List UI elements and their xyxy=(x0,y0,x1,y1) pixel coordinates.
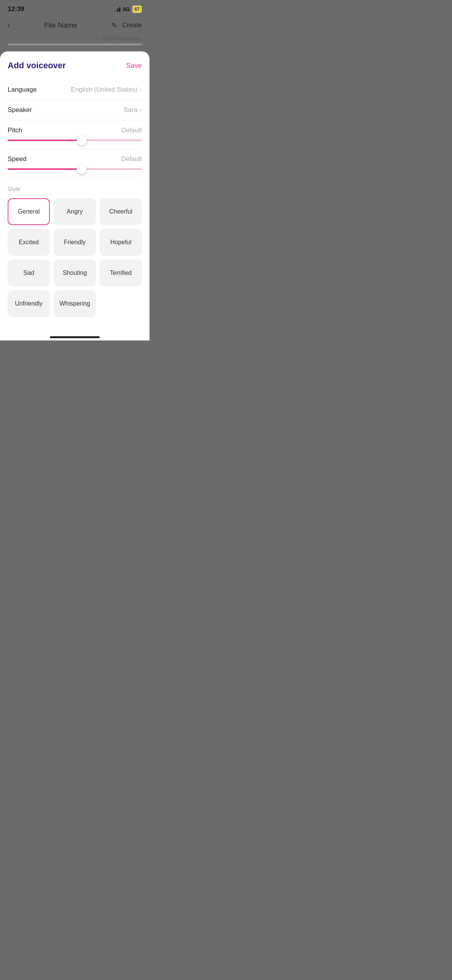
speed-thumb[interactable] xyxy=(77,164,87,174)
status-time: 12:39 xyxy=(8,5,24,13)
speaker-row[interactable]: Speaker Sara › xyxy=(8,100,142,120)
style-section-label: Style xyxy=(8,186,142,192)
style-section: Style GeneralAngryCheerfulExcitedFriendl… xyxy=(8,178,142,317)
signal-icon xyxy=(113,7,120,12)
pitch-label: Pitch xyxy=(8,127,22,134)
style-item-angry[interactable]: Angry xyxy=(54,198,96,225)
speed-section: Speed Default xyxy=(8,149,142,178)
language-value: English (United States) › xyxy=(71,86,142,94)
create-button[interactable]: Create xyxy=(122,21,142,29)
style-item-shouting[interactable]: Shouting xyxy=(54,260,96,286)
pitch-track[interactable] xyxy=(8,140,142,141)
status-right: 4G 67 xyxy=(113,5,142,13)
speaker-label: Speaker xyxy=(8,106,32,114)
speaker-value: Sara › xyxy=(124,106,142,114)
pitch-fill xyxy=(8,140,82,141)
top-nav: ‹ File Name ✎ Create xyxy=(0,16,150,34)
style-item-excited[interactable]: Excited xyxy=(8,229,50,256)
battery-indicator: 67 xyxy=(132,5,142,13)
file-name-title: File Name xyxy=(44,21,77,30)
speed-fill xyxy=(8,168,82,170)
bottom-sheet: Add voiceover Save Language English (Uni… xyxy=(0,51,150,332)
pitch-value: Default xyxy=(121,127,142,134)
char-count: 0 / 12000 Characters xyxy=(95,36,142,41)
progress-area: 0 / 12000 Characters xyxy=(0,34,150,51)
home-bar xyxy=(50,336,100,338)
speed-label: Speed xyxy=(8,155,26,163)
pitch-thumb[interactable] xyxy=(77,135,87,145)
edit-icon[interactable]: ✎ xyxy=(111,21,117,30)
style-item-general[interactable]: General xyxy=(8,198,50,225)
save-button[interactable]: Save xyxy=(126,62,142,70)
style-item-friendly[interactable]: Friendly xyxy=(54,229,96,256)
language-chevron: › xyxy=(140,86,142,93)
style-item-terrified[interactable]: Terrified xyxy=(100,260,142,286)
pitch-header: Pitch Default xyxy=(8,127,142,134)
progress-track xyxy=(8,44,142,45)
top-nav-actions: ✎ Create xyxy=(111,21,142,30)
style-item-cheerful[interactable]: Cheerful xyxy=(100,198,142,225)
style-grid: GeneralAngryCheerfulExcitedFriendlyHopef… xyxy=(8,198,142,317)
back-icon[interactable]: ‹ xyxy=(8,21,10,30)
language-row[interactable]: Language English (United States) › xyxy=(8,80,142,100)
style-item-sad[interactable]: Sad xyxy=(8,260,50,286)
pitch-section: Pitch Default xyxy=(8,120,142,149)
network-label: 4G xyxy=(123,6,130,12)
language-label: Language xyxy=(8,86,37,94)
status-bar: 12:39 4G 67 xyxy=(0,0,150,16)
style-item-hopeful[interactable]: Hopeful xyxy=(100,229,142,256)
speed-header: Speed Default xyxy=(8,155,142,163)
style-item-unfriendly[interactable]: Unfriendly xyxy=(8,290,50,317)
sheet-title: Add voiceover xyxy=(8,61,66,71)
home-indicator xyxy=(0,332,150,340)
speed-value: Default xyxy=(121,155,142,163)
sheet-header: Add voiceover Save xyxy=(8,61,142,71)
speed-track[interactable] xyxy=(8,168,142,170)
style-item-whispering[interactable]: Whispering xyxy=(54,290,96,317)
speaker-chevron: › xyxy=(140,107,142,113)
